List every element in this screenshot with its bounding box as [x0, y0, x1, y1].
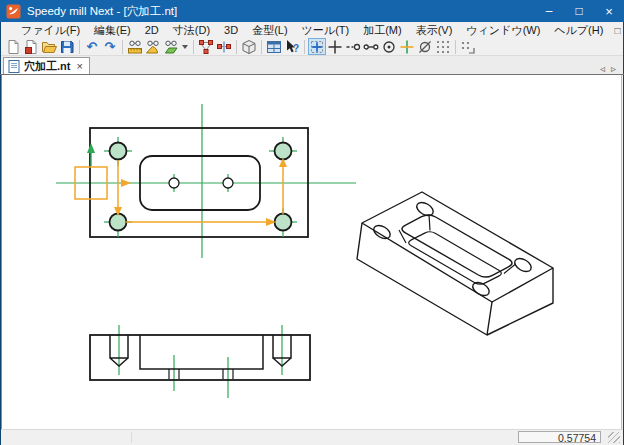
- snap-center-icon: [381, 39, 397, 55]
- iso-pocket-walls: [399, 215, 515, 274]
- pattern-copy-button[interactable]: [197, 38, 215, 55]
- svg-text:?: ?: [293, 43, 299, 54]
- mdi-restore-button[interactable]: □: [610, 25, 624, 36]
- measure-dropdown-button[interactable]: [180, 38, 190, 55]
- measure-length-icon: [127, 39, 143, 55]
- snap-endpoint-icon: [345, 39, 361, 55]
- save-file-button[interactable]: [58, 38, 76, 55]
- snap-endpoint-button[interactable]: [344, 38, 362, 55]
- snap-cross-button[interactable]: [326, 38, 344, 55]
- snap-tangent-icon: [417, 39, 433, 55]
- undo-button[interactable]: ↶: [83, 38, 101, 55]
- help-cursor-icon: ?: [284, 39, 300, 55]
- snap-auto-icon: [309, 39, 325, 55]
- iso-holes: [371, 200, 533, 299]
- snap-grid-edit-icon: [460, 39, 476, 55]
- toolpath-lines: [118, 160, 283, 222]
- snap-tangent-button[interactable]: [416, 38, 434, 55]
- new-file-template-button[interactable]: [22, 38, 40, 55]
- new-file-template-icon: [23, 39, 39, 55]
- measure-angle-icon: [145, 39, 161, 55]
- toolbar-separator: [122, 40, 123, 54]
- redo-icon: ↷: [105, 40, 116, 53]
- snap-midpoint-icon: [363, 39, 379, 55]
- new-file-button[interactable]: [4, 38, 22, 55]
- menu-mold[interactable]: 金型(L): [245, 22, 294, 38]
- menu-edit[interactable]: 編集(E): [87, 22, 138, 38]
- snap-auto-button[interactable]: [308, 38, 326, 55]
- menu-file[interactable]: ファイル(F): [14, 22, 87, 38]
- status-bar: 0.57754: [1, 429, 623, 445]
- tab-bar: 穴加工.nt × ◃ ▹: [1, 56, 623, 74]
- chevron-down-icon: [182, 45, 188, 49]
- through-holes: [169, 369, 233, 379]
- window-title: Speedy mill Next - [穴加工.nt]: [27, 4, 177, 19]
- resize-grip-icon[interactable]: [608, 432, 620, 443]
- drawing-canvas[interactable]: [1, 75, 622, 429]
- toolbar-separator: [304, 40, 305, 54]
- cube-icon: [241, 39, 257, 55]
- view-window-button[interactable]: [265, 38, 283, 55]
- tab-label: 穴加工.nt: [24, 59, 70, 74]
- menu-dimension[interactable]: 寸法(D): [166, 22, 217, 38]
- tab-scroll-left-button[interactable]: ◃: [597, 63, 608, 74]
- undo-icon: ↶: [87, 40, 98, 53]
- open-file-button[interactable]: [40, 38, 58, 55]
- snap-grid-edit-button[interactable]: [459, 38, 477, 55]
- window-grid-icon: [266, 39, 282, 55]
- menu-machining[interactable]: 加工(M): [356, 22, 409, 38]
- status-divider: [131, 432, 132, 443]
- tab-document-icon: [8, 60, 20, 73]
- toolbar-separator: [236, 40, 237, 54]
- measure-area-button[interactable]: [162, 38, 180, 55]
- front-view: [90, 325, 310, 398]
- pattern-link-button[interactable]: [215, 38, 233, 55]
- minimize-button[interactable]: –: [534, 0, 564, 22]
- menu-3d[interactable]: 3D: [217, 22, 245, 38]
- menu-help[interactable]: ヘルプ(H): [547, 22, 610, 38]
- pattern-copy-icon: [198, 39, 214, 55]
- new-file-icon: [5, 39, 21, 55]
- front-centerlines: [119, 325, 282, 398]
- measure-area-icon: [163, 39, 179, 55]
- app-logo-icon: [6, 4, 21, 19]
- measure-angle-button[interactable]: [144, 38, 162, 55]
- snap-cross-icon: [327, 39, 343, 55]
- toolbar-separator: [79, 40, 80, 54]
- tab-scroll-right-button[interactable]: ▹: [608, 63, 619, 74]
- drilled-holes: [110, 335, 291, 366]
- save-floppy-icon: [59, 39, 75, 55]
- context-help-button[interactable]: ?: [283, 38, 301, 55]
- menu-view[interactable]: 表示(V): [409, 22, 460, 38]
- origin-marker: [75, 143, 107, 199]
- redo-button[interactable]: ↷: [101, 38, 119, 55]
- snap-center-button[interactable]: [380, 38, 398, 55]
- toolbar: ↶ ↷ ?: [1, 38, 623, 56]
- tab-close-icon[interactable]: ×: [76, 60, 82, 72]
- tab-drawing[interactable]: 穴加工.nt ×: [3, 57, 90, 74]
- maximize-button[interactable]: □: [564, 0, 594, 22]
- close-button[interactable]: ×: [594, 0, 624, 22]
- menu-window[interactable]: ウィンドウ(W): [459, 22, 547, 38]
- toolbar-separator: [455, 40, 456, 54]
- open-folder-icon: [41, 39, 57, 55]
- status-value: 0.57754: [518, 431, 601, 443]
- snap-intersection-button[interactable]: [398, 38, 416, 55]
- snap-intersection-icon: [399, 39, 415, 55]
- snap-grid-button[interactable]: [434, 38, 452, 55]
- pattern-link-icon: [216, 39, 232, 55]
- menu-2d[interactable]: 2D: [138, 22, 166, 38]
- iso-top-face: [362, 192, 553, 302]
- iso-view: [357, 192, 553, 335]
- view-3d-box-button[interactable]: [240, 38, 258, 55]
- menu-tools[interactable]: ツール(T): [295, 22, 357, 38]
- snap-midpoint-button[interactable]: [362, 38, 380, 55]
- measure-length-button[interactable]: [126, 38, 144, 55]
- toolbar-separator: [261, 40, 262, 54]
- application-window: Speedy mill Next - [穴加工.nt] – □ × ファイル(F…: [0, 0, 624, 445]
- menu-bar: ファイル(F) 編集(E) 2D 寸法(D) 3D 金型(L) ツール(T) 加…: [1, 22, 623, 38]
- title-bar[interactable]: Speedy mill Next - [穴加工.nt] – □ ×: [0, 0, 624, 22]
- cad-drawing: [2, 75, 621, 429]
- snap-grid-icon: [435, 39, 451, 55]
- toolbar-separator: [193, 40, 194, 54]
